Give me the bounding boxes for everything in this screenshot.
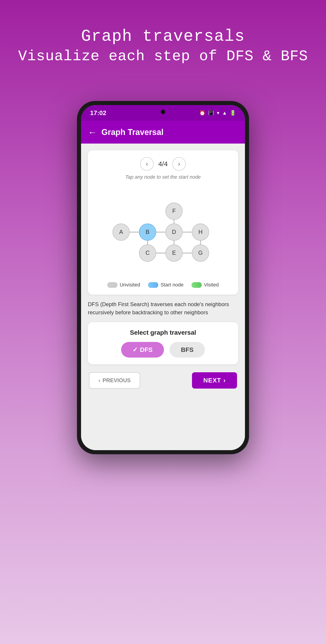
vibrate-icon: 📳: [208, 110, 214, 116]
legend-start: Start node: [148, 282, 184, 288]
back-button[interactable]: ←: [88, 127, 97, 138]
graph-card: ‹ 4/4 › Tap any node to set the start no…: [88, 150, 238, 294]
unvisited-label: Unvisited: [120, 282, 140, 288]
svg-text:C: C: [146, 250, 150, 256]
svg-text:H: H: [198, 229, 202, 235]
svg-text:A: A: [119, 229, 123, 235]
next-button[interactable]: NEXT ›: [192, 372, 237, 388]
unvisited-dot: [107, 282, 118, 288]
dfs-label: DFS: [140, 346, 152, 354]
prev-chevron-icon: ‹: [98, 377, 100, 384]
status-icons: ⏰ 📳 ▾ ▲ 🔋: [199, 110, 236, 116]
nav-counter: 4/4: [158, 160, 168, 168]
header-subtitle: Visualize each step of DFS & BFS: [18, 48, 308, 65]
top-bar: ← Graph Traversal: [81, 121, 245, 144]
legend: Unvisited Start node Visited: [95, 282, 231, 288]
status-time: 17:02: [90, 109, 106, 116]
previous-button[interactable]: ‹ PREVIOUS: [89, 372, 140, 388]
check-icon: ✓: [132, 346, 138, 354]
next-label: NEXT: [203, 377, 221, 384]
next-chevron-icon: ›: [224, 377, 226, 384]
top-bar-title: Graph Traversal: [102, 128, 164, 137]
start-node-label: Start node: [160, 282, 184, 288]
select-section: Select graph traversal ✓ DFS BFS: [88, 322, 238, 364]
phone-frame: 17:02 ⏰ 📳 ▾ ▲ 🔋 ← Graph Traversal ‹ 4/4: [77, 101, 249, 454]
bfs-label: BFS: [181, 346, 194, 354]
main-content: ‹ 4/4 › Tap any node to set the start no…: [81, 144, 245, 450]
previous-label: PREVIOUS: [102, 377, 131, 384]
legend-visited: Visited: [192, 282, 219, 288]
camera-dot: [161, 110, 165, 114]
traversal-buttons: ✓ DFS BFS: [95, 342, 231, 358]
prev-nav-button[interactable]: ‹: [140, 157, 154, 171]
phone-screen: 17:02 ⏰ 📳 ▾ ▲ 🔋 ← Graph Traversal ‹ 4/4: [81, 105, 245, 450]
bfs-button[interactable]: BFS: [170, 342, 205, 358]
visited-dot: [192, 282, 202, 288]
legend-unvisited: Unvisited: [107, 282, 140, 288]
svg-text:F: F: [172, 208, 176, 214]
description: DFS (Depth First Search) traverses each …: [88, 300, 238, 316]
battery-icon: 🔋: [230, 110, 236, 116]
bottom-buttons: ‹ PREVIOUS NEXT ›: [88, 370, 238, 393]
graph-area[interactable]: A B C D E: [95, 187, 231, 278]
nav-row: ‹ 4/4 ›: [95, 157, 231, 171]
dfs-button[interactable]: ✓ DFS: [121, 342, 164, 358]
app-header: Graph traversals Visualize each step of …: [18, 27, 308, 65]
alarm-icon: ⏰: [199, 110, 205, 116]
svg-text:G: G: [198, 250, 203, 256]
header-title: Graph traversals: [18, 27, 308, 46]
svg-text:B: B: [146, 229, 150, 235]
wifi-icon: ▾: [217, 110, 219, 116]
select-title: Select graph traversal: [95, 329, 231, 336]
visited-label: Visited: [204, 282, 219, 288]
start-node-dot: [148, 282, 158, 288]
next-nav-button[interactable]: ›: [172, 157, 186, 171]
svg-text:D: D: [172, 229, 176, 235]
svg-text:E: E: [172, 250, 176, 256]
signal-icon: ▲: [222, 110, 227, 116]
tap-hint: Tap any node to set the start node: [95, 174, 231, 180]
